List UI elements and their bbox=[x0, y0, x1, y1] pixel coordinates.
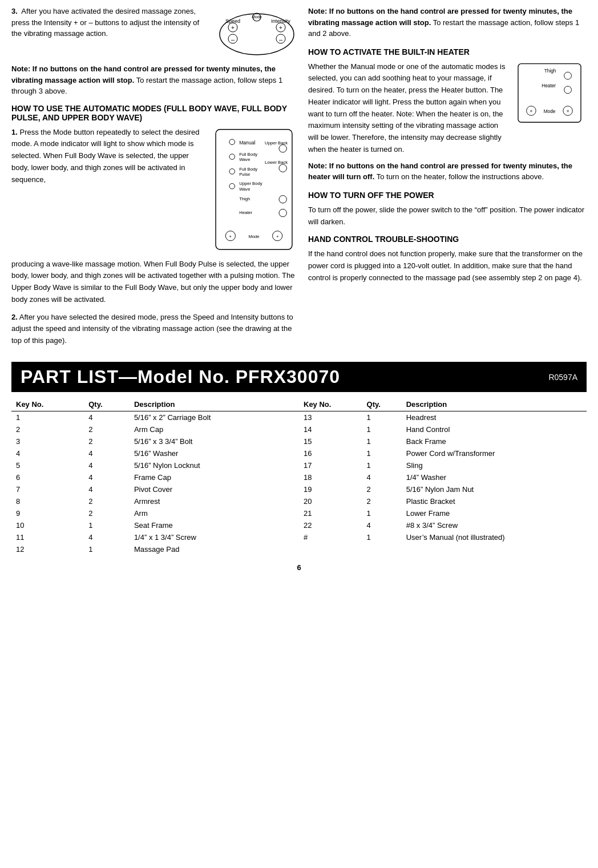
right-col: Note: If no buttons on the hand control … bbox=[308, 6, 587, 352]
svg-text:Upper Body: Upper Body bbox=[239, 181, 262, 186]
step1-text-a: Press the Mode button repeatedly to sele… bbox=[11, 128, 200, 184]
svg-text:–: – bbox=[279, 36, 283, 43]
svg-point-30 bbox=[279, 195, 286, 203]
left-col: 3. After you have activated the desired … bbox=[11, 6, 297, 352]
key-no: 16 bbox=[299, 447, 362, 459]
speed-intensity-diagram: Speed + – Intensity + – bbox=[217, 6, 297, 59]
qty: 2 bbox=[84, 495, 130, 507]
trouble-section: HAND CONTROL TROUBLE-SHOOTING If the han… bbox=[308, 235, 587, 284]
svg-point-26 bbox=[279, 144, 286, 152]
description: 5/16” x 2” Carriage Bolt bbox=[130, 411, 299, 424]
mode-diagram: Manual Full Body Wave Full Body Pulse Up… bbox=[211, 127, 297, 254]
svg-text:+: + bbox=[567, 108, 569, 114]
svg-point-14 bbox=[229, 139, 235, 145]
page-number: 6 bbox=[11, 563, 587, 572]
power-text: To turn off the power, slide the power s… bbox=[308, 204, 587, 228]
qty: 4 bbox=[362, 519, 402, 531]
svg-point-28 bbox=[279, 164, 286, 172]
parts-left: Key No. Qty. Description 145/16” x 2” Ca… bbox=[11, 398, 299, 555]
qty: 2 bbox=[84, 435, 130, 447]
heater-svg: Thigh Heater + Mode + bbox=[512, 61, 587, 124]
table-row: 224#8 x 3/4” Screw bbox=[299, 519, 587, 531]
part-list-header: PART LIST—Model No. PFRX30070 R0597A bbox=[11, 362, 587, 392]
trouble-text: If the hand control does not function pr… bbox=[308, 248, 587, 284]
table-row: 141Hand Control bbox=[299, 423, 587, 435]
heater-text: Whether the Manual mode or one of the au… bbox=[308, 61, 507, 156]
step3-label: 3. bbox=[11, 7, 18, 15]
description: Lower Frame bbox=[402, 507, 587, 519]
svg-point-32 bbox=[279, 209, 286, 216]
table-row: 92Arm bbox=[11, 507, 299, 519]
svg-text:Mode: Mode bbox=[248, 234, 259, 239]
svg-text:Manual: Manual bbox=[239, 139, 255, 145]
description: 5/16” Nylon Jam Nut bbox=[402, 483, 587, 495]
step2-block: 2. After you have selected the desired m… bbox=[11, 312, 297, 347]
table-row: 1141/4” x 1 3/4” Screw bbox=[11, 531, 299, 543]
note2: Note: If no buttons on the hand control … bbox=[308, 6, 587, 39]
qty: 4 bbox=[84, 471, 130, 483]
col-key-left: Key No. bbox=[11, 398, 84, 411]
part-list-model: R0597A bbox=[548, 373, 577, 382]
key-no: 19 bbox=[299, 483, 362, 495]
col-desc-right: Description bbox=[402, 398, 587, 411]
note3-suffix: To turn on the heater, follow the instru… bbox=[377, 172, 544, 181]
description: 1/4” x 1 3/4” Screw bbox=[130, 531, 299, 543]
key-no: 2 bbox=[11, 423, 84, 435]
key-no: 17 bbox=[299, 459, 362, 471]
table-row: 64Frame Cap bbox=[11, 471, 299, 483]
step1-block: 1. Press the Mode button repeatedly to s… bbox=[11, 127, 297, 254]
description: User’s Manual (not illustrated) bbox=[402, 531, 587, 543]
page-wrapper: 3. After you have activated the desired … bbox=[0, 0, 598, 578]
qty: 4 bbox=[362, 471, 402, 483]
table-row: 82Armrest bbox=[11, 495, 299, 507]
svg-text:Heater: Heater bbox=[542, 83, 556, 88]
table-row: 545/16” Nylon Locknut bbox=[11, 459, 299, 471]
table-row: 101Seat Frame bbox=[11, 519, 299, 531]
heater-diagram: Thigh Heater + Mode + bbox=[512, 61, 587, 126]
svg-text:Mode: Mode bbox=[252, 15, 262, 19]
svg-text:Heater: Heater bbox=[239, 210, 252, 215]
svg-rect-13 bbox=[216, 129, 292, 249]
table-row: 145/16” x 2” Carriage Bolt bbox=[11, 411, 299, 424]
table-row: 171Sling bbox=[299, 459, 587, 471]
svg-text:Pulse: Pulse bbox=[239, 172, 250, 177]
table-row: 202Plastic Bracket bbox=[299, 495, 587, 507]
qty: 1 bbox=[84, 543, 130, 555]
svg-text:+: + bbox=[279, 25, 282, 31]
description: Headrest bbox=[402, 411, 587, 424]
table-row: 445/16” Washer bbox=[11, 447, 299, 459]
heater-block: Whether the Manual mode or one of the au… bbox=[308, 61, 587, 156]
step2-text: After you have selected the desired mode… bbox=[11, 313, 293, 345]
qty: 1 bbox=[362, 423, 402, 435]
power-section: HOW TO TURN OFF THE POWER To turn off th… bbox=[308, 191, 587, 228]
step3-block: 3. After you have activated the desired … bbox=[11, 6, 297, 59]
part-list-title: PART LIST—Model No. PFRX30070 bbox=[21, 366, 340, 387]
table-row: 74Pivot Cover bbox=[11, 483, 299, 495]
svg-point-22 bbox=[229, 183, 235, 189]
description: 1/4” Washer bbox=[402, 471, 587, 483]
speed-intensity-svg: Speed + – Intensity + – bbox=[217, 6, 297, 57]
qty: 4 bbox=[84, 483, 130, 495]
key-no: # bbox=[299, 531, 362, 543]
svg-point-40 bbox=[564, 72, 572, 79]
key-no: 21 bbox=[299, 507, 362, 519]
step1-text: 1. Press the Mode button repeatedly to s… bbox=[11, 127, 205, 189]
qty: 1 bbox=[362, 447, 402, 459]
description: 5/16” Nylon Locknut bbox=[130, 459, 299, 471]
table-row: 22Arm Cap bbox=[11, 423, 299, 435]
svg-text:Lower Back: Lower Back bbox=[265, 160, 288, 165]
description: Sling bbox=[402, 459, 587, 471]
qty: 4 bbox=[84, 447, 130, 459]
trouble-heading: HAND CONTROL TROUBLE-SHOOTING bbox=[308, 235, 587, 244]
qty: 2 bbox=[362, 483, 402, 495]
table-row: 1925/16” Nylon Jam Nut bbox=[299, 483, 587, 495]
description: Arm bbox=[130, 507, 299, 519]
description: Armrest bbox=[130, 495, 299, 507]
description: Massage Pad bbox=[130, 543, 299, 555]
svg-text:Full Body: Full Body bbox=[239, 166, 257, 171]
heater-body: Whether the Manual mode or one of the au… bbox=[308, 61, 507, 156]
note3: Note: If no buttons on the hand control … bbox=[308, 160, 587, 183]
qty: 1 bbox=[84, 519, 130, 531]
step3-content: After you have activated the desired mas… bbox=[11, 7, 199, 38]
description: Arm Cap bbox=[130, 423, 299, 435]
